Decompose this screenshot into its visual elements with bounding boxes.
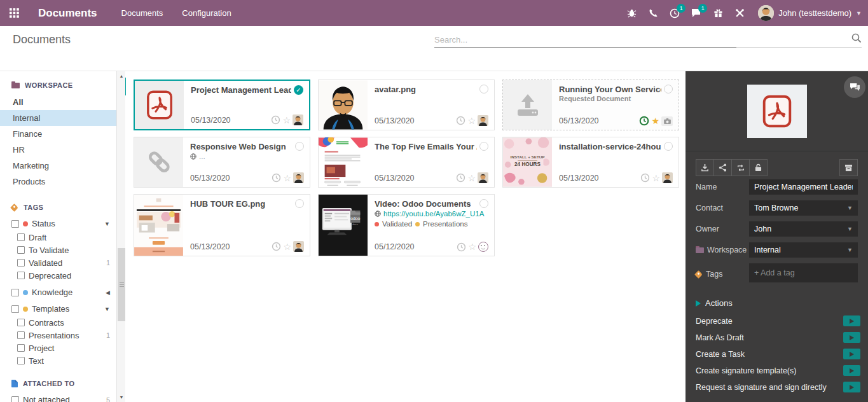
document-card-video[interactable]: odoo docs Video: Odoo Documents https://…	[318, 194, 495, 256]
star-icon[interactable]: ☆	[468, 242, 476, 251]
phone-icon[interactable]	[644, 0, 663, 26]
sidebar-item-internal[interactable]: Internal	[0, 110, 116, 126]
checkbox[interactable]	[11, 220, 19, 228]
star-icon[interactable]: ☆	[283, 174, 291, 183]
camera-icon[interactable]	[661, 116, 673, 126]
archive-button[interactable]	[839, 159, 858, 176]
checkbox[interactable]	[17, 357, 25, 364]
owner-select[interactable]: John ▼	[749, 221, 858, 237]
messages-chat-icon[interactable]: 1	[687, 0, 706, 26]
star-icon-favorited[interactable]: ★	[651, 116, 659, 125]
checkbox[interactable]	[17, 344, 25, 352]
checkbox[interactable]	[17, 331, 25, 339]
owner-avatar[interactable]	[478, 115, 488, 126]
chevron-down-icon[interactable]: ▼	[104, 221, 110, 227]
action-create-task[interactable]: Create a Task	[696, 349, 860, 359]
replace-button[interactable]	[731, 159, 750, 176]
document-card-requested[interactable]: Running Your Own Service Bu... Requested…	[502, 80, 679, 130]
document-card-emails[interactable]: The Top Five Emails Your Aud... 05/13/20…	[318, 137, 495, 188]
run-action-button[interactable]	[843, 382, 860, 392]
card-url[interactable]: https://youtu.be/Ayab6wZ_U1A	[383, 210, 484, 218]
chatter-toggle-button[interactable]	[844, 76, 865, 98]
activity-clock-icon[interactable]	[272, 242, 281, 251]
tag-item-to-validate[interactable]: To Validate	[0, 244, 116, 256]
document-preview[interactable]	[685, 71, 868, 151]
name-input-field[interactable]	[754, 183, 853, 191]
document-card-pdf[interactable]: Project Management Leaders... ✓ 05/13/20…	[134, 80, 310, 130]
contact-select[interactable]: Tom Browne ▼	[749, 200, 858, 216]
tag-item-validated[interactable]: Validated 1	[0, 256, 116, 269]
tag-item-text[interactable]: Text	[0, 354, 116, 367]
search-icon[interactable]	[851, 33, 862, 43]
selected-check-icon[interactable]: ✓	[294, 85, 303, 95]
owner-avatar[interactable]	[478, 172, 488, 183]
checkbox[interactable]	[17, 233, 25, 241]
menu-configuration[interactable]: Configuration	[182, 8, 231, 18]
app-brand[interactable]: Documents	[38, 7, 97, 20]
document-card-installation[interactable]: INSTALL + SETUP 24 HOURS installation-se…	[502, 137, 679, 188]
tag-item-contracts[interactable]: Contracts	[0, 316, 116, 329]
sidebar-item-all[interactable]: All	[0, 94, 116, 110]
star-icon[interactable]: ☆	[652, 174, 660, 183]
sidebar-item-marketing[interactable]: Marketing	[0, 158, 116, 174]
activity-clock-icon[interactable]	[272, 173, 281, 183]
tag-group-templates[interactable]: Templates ▼	[0, 302, 116, 316]
star-icon[interactable]: ☆	[283, 242, 291, 251]
chevron-down-icon[interactable]: ▼	[104, 306, 110, 312]
activity-clock-icon[interactable]	[456, 173, 465, 183]
star-icon[interactable]: ☆	[467, 174, 476, 183]
select-circle[interactable]	[479, 199, 488, 208]
select-circle[interactable]	[664, 142, 673, 151]
action-mark-as-draft[interactable]: Mark As Draft	[696, 332, 860, 343]
card-url[interactable]: ...	[199, 153, 205, 160]
checkbox[interactable]	[11, 305, 19, 313]
select-circle[interactable]	[295, 199, 304, 208]
chevron-left-icon[interactable]: ◀	[106, 289, 110, 296]
sidebar-item-finance[interactable]: Finance	[0, 126, 116, 142]
star-icon[interactable]: ☆	[282, 116, 291, 125]
run-action-button[interactable]	[843, 349, 860, 359]
owner-avatar[interactable]	[293, 172, 304, 183]
checkbox[interactable]	[17, 259, 25, 267]
workspace-select[interactable]: Internal ▼	[749, 242, 858, 258]
tag-group-status[interactable]: Status ▼	[0, 216, 116, 231]
lock-button[interactable]	[749, 159, 768, 176]
tools-icon[interactable]	[730, 0, 749, 26]
apps-menu-icon[interactable]	[0, 0, 28, 26]
select-circle[interactable]	[479, 142, 488, 151]
filter-not-attached[interactable]: Not attached 5	[0, 392, 116, 402]
activity-clock-icon[interactable]	[271, 115, 280, 125]
scroll-down-arrow[interactable]: ▼	[117, 392, 126, 402]
checkbox[interactable]	[11, 289, 19, 296]
select-circle[interactable]	[664, 85, 673, 94]
action-request-signature[interactable]: Request a signature and sign directly	[696, 382, 860, 392]
debug-bug-icon[interactable]	[622, 0, 641, 26]
run-action-button[interactable]	[843, 365, 860, 376]
tag-item-project[interactable]: Project	[0, 342, 116, 354]
name-input[interactable]	[749, 179, 858, 195]
sidebar-item-hr[interactable]: HR	[0, 142, 116, 158]
tag-item-presentations[interactable]: Presentations 1	[0, 329, 116, 342]
checkbox[interactable]	[17, 319, 25, 326]
run-action-button[interactable]	[843, 332, 860, 343]
search-input[interactable]	[434, 31, 862, 48]
download-button[interactable]	[696, 159, 714, 176]
owner-smiley-avatar[interactable]	[478, 242, 488, 252]
sidebar-scrollbar[interactable]: ▲ ▼	[116, 71, 125, 402]
star-icon[interactable]: ☆	[467, 116, 476, 125]
document-card-hub-tour[interactable]: HUB TOUR EG.png 05/13/2020 ☆	[134, 194, 310, 256]
share-button-panel[interactable]	[713, 159, 732, 176]
owner-avatar[interactable]	[662, 172, 673, 183]
add-tag-input[interactable]: + Add a tag	[749, 263, 858, 282]
owner-avatar[interactable]	[293, 114, 303, 125]
activity-clock-icon[interactable]	[457, 242, 466, 252]
tag-group-knowledge[interactable]: Knowledge ◀	[0, 285, 116, 300]
activity-clock-icon[interactable]	[456, 116, 465, 125]
document-card-url[interactable]: Responsive Web Design ... 05/13/2020 ☆	[134, 137, 310, 188]
user-menu[interactable]: John (testtestdemo) ▼	[758, 5, 862, 21]
activities-clock-icon[interactable]: 1	[665, 0, 684, 26]
checkbox[interactable]	[11, 396, 19, 402]
tag-item-draft[interactable]: Draft	[0, 231, 116, 244]
action-create-signature-template[interactable]: Create signature template(s)	[696, 365, 860, 376]
select-circle[interactable]	[295, 142, 304, 151]
